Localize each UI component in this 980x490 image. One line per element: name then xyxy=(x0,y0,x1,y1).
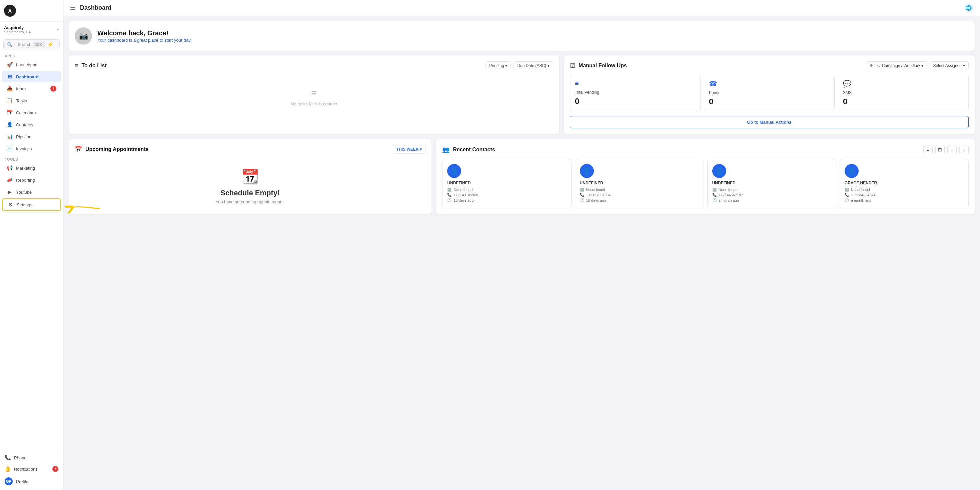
dashboard-body: 📷 Welcome back, Grace! Your dashboard is… xyxy=(64,16,980,490)
hamburger-icon[interactable]: ☰ xyxy=(70,4,75,12)
sidebar-item-label: Calendars xyxy=(16,110,36,115)
contact-time-3: 🕐 a month ago xyxy=(712,198,739,202)
sidebar-item-label: Dashboard xyxy=(16,74,39,80)
manual-followups-card: ☑ Manual Follow Ups Select Campaign / Wo… xyxy=(564,55,975,134)
tasks-icon: 📋 xyxy=(7,98,13,103)
contact-name-3: UNDEFINED xyxy=(712,181,736,185)
campaign-chevron-icon: ▾ xyxy=(921,63,923,68)
account-switcher[interactable]: Acquirely Sacramento, CA ▾ xyxy=(0,22,63,37)
sidebar-item-notifications[interactable]: 🔔 Notifications 1 xyxy=(0,463,63,475)
select-campaign-dropdown[interactable]: Select Campaign / Workflow ▾ xyxy=(866,61,927,70)
contact-company-4: 🏢 None found xyxy=(845,187,870,192)
user-avatar: A xyxy=(4,5,16,17)
sidebar-item-tasks[interactable]: 📋 Tasks xyxy=(2,95,61,107)
sidebar-item-dashboard[interactable]: ⊞ Dashboard xyxy=(2,71,61,82)
phone-icon-contact-3: 📞 xyxy=(712,192,717,197)
contact-time-2: 🕐 18 days ago xyxy=(580,198,606,202)
sidebar-item-inbox[interactable]: 📥 Inbox 1 xyxy=(2,83,61,94)
sidebar-item-profile[interactable]: GP Profile xyxy=(0,475,63,488)
manual-icon: ☑ xyxy=(570,62,575,69)
contact-phone-2: 📞 +12137661334 xyxy=(580,192,611,197)
main-content: ☰ Dashboard 🌐 📷 Welcome back, Grace! You… xyxy=(64,0,980,490)
contact-card-2[interactable]: 👤 UNDEFINED 🏢 None found 📞 +12137661334 … xyxy=(575,159,704,208)
notifications-badge: 1 xyxy=(52,466,58,472)
dashboard-icon: ⊞ xyxy=(7,74,13,80)
globe-icon[interactable]: 🌐 xyxy=(964,3,973,13)
sidebar-item-launchpad[interactable]: 🚀 Launchpad xyxy=(2,59,61,70)
sidebar-item-marketing[interactable]: 📢 Marketing xyxy=(2,162,61,173)
todo-list-icon: ≡ xyxy=(75,62,78,69)
account-name: Acquirely xyxy=(4,25,31,30)
sidebar-item-invoices[interactable]: 🧾 Invoices xyxy=(2,143,61,154)
prev-button[interactable]: ‹ xyxy=(947,145,957,154)
sidebar-top: A xyxy=(0,0,63,22)
stat-sms: 💬 SMS 0 xyxy=(838,75,969,111)
appointments-title-row: 📅 Upcoming Appointments xyxy=(75,146,149,153)
sidebar-item-contacts[interactable]: 👤 Contacts xyxy=(2,119,61,130)
contact-phone-1: 📞 +17143185900 xyxy=(447,192,478,197)
profile-label: Profile xyxy=(16,479,29,484)
contact-phone-3: 📞 +17144567197 xyxy=(712,192,743,197)
due-date-dropdown[interactable]: Due Date (ASC) ▾ xyxy=(514,61,553,70)
sidebar-item-label: Contacts xyxy=(16,123,33,127)
sidebar-item-label: Reporting xyxy=(16,178,35,183)
phone-icon-contact: 📞 xyxy=(447,192,452,197)
sidebar-item-settings[interactable]: ⚙ Settings xyxy=(2,198,61,211)
pipeline-icon: 📊 xyxy=(7,134,13,140)
notifications-label: Notifications xyxy=(14,467,38,472)
this-week-chevron-icon: ▾ xyxy=(420,147,422,152)
marketing-icon: 📢 xyxy=(7,165,13,171)
contact-card-4[interactable]: 👤 GRACE HENDER... 🏢 None found 📞 +122342… xyxy=(840,159,969,208)
welcome-avatar-icon: 📷 xyxy=(75,27,92,45)
inbox-icon: 📥 xyxy=(7,86,13,92)
next-button[interactable]: › xyxy=(959,145,969,154)
manual-sub-controls: Select Campaign / Workflow ▾ Select Assi… xyxy=(866,61,969,70)
sms-stat-value: 0 xyxy=(843,97,964,107)
sidebar-item-pipeline[interactable]: 📊 Pipeline xyxy=(2,131,61,142)
due-date-chevron-icon: ▾ xyxy=(547,63,549,68)
sidebar-item-label: Youtube xyxy=(16,190,32,195)
bottom-row: 📅 Upcoming Appointments THIS WEEK ▾ 📆 Sc… xyxy=(69,139,975,214)
pending-dropdown[interactable]: Pending ▾ xyxy=(485,61,511,70)
phone-icon: 📞 xyxy=(5,455,11,461)
total-pending-label: Total Pending xyxy=(575,90,695,95)
search-label: Search xyxy=(18,42,31,47)
welcome-banner: 📷 Welcome back, Grace! Your dashboard is… xyxy=(69,21,975,51)
goto-manual-actions-button[interactable]: Go to Manual Actions xyxy=(570,116,969,128)
list-view-button[interactable]: ≡ xyxy=(923,145,933,154)
todo-title: To do List xyxy=(82,63,107,68)
todo-empty-state: ≡ No tasks for this contact xyxy=(75,75,553,120)
sidebar-item-calendars[interactable]: 📅 Calendars xyxy=(2,107,61,118)
manual-title: Manual Follow Ups xyxy=(579,63,627,68)
total-pending-icon: ≡ xyxy=(575,80,695,88)
contacts-header-icon: 👥 xyxy=(442,146,450,153)
appointments-icon: 📅 xyxy=(75,146,82,153)
appointments-card: 📅 Upcoming Appointments THIS WEEK ▾ 📆 Sc… xyxy=(69,139,431,214)
sidebar-item-label: Launchpad xyxy=(16,62,37,67)
sidebar-item-youtube[interactable]: ▶ Youtube xyxy=(2,186,61,198)
contact-cards-row: 👤 UNDEFINED 🏢 None found 📞 +17143185900 … xyxy=(442,159,969,208)
contacts-icon: 👤 xyxy=(7,122,13,128)
select-assignee-dropdown[interactable]: Select Assignee ▾ xyxy=(930,61,969,70)
sidebar-item-label: Tasks xyxy=(16,98,27,103)
sidebar-item-phone[interactable]: 📞 Phone xyxy=(0,452,63,463)
contact-company-2: 🏢 None found xyxy=(580,187,605,192)
sidebar-item-reporting[interactable]: 📣 Reporting xyxy=(2,174,61,186)
contact-name-2: UNDEFINED xyxy=(580,181,603,185)
phone-icon-contact-2: 📞 xyxy=(580,192,584,197)
contact-card-3[interactable]: 👤 UNDEFINED 🏢 None found 📞 +17144567197 … xyxy=(707,159,836,208)
sidebar-footer: 📞 Phone 🔔 Notifications 1 GP Profile xyxy=(0,450,63,490)
this-week-button[interactable]: THIS WEEK ▾ xyxy=(393,145,426,154)
reporting-icon: 📣 xyxy=(7,177,13,183)
search-bar[interactable]: 🔍 Search ⌘K ⚡ xyxy=(3,39,60,49)
apps-section-label: Apps xyxy=(0,51,63,59)
sms-stat-icon: 💬 xyxy=(843,80,964,88)
contact-card-1[interactable]: 👤 UNDEFINED 🏢 None found 📞 +17143185900 … xyxy=(442,159,571,208)
contact-avatar-2: 👤 xyxy=(580,164,594,178)
settings-icon: ⚙ xyxy=(7,202,13,208)
notifications-icon: 🔔 xyxy=(5,466,11,472)
grid-view-button[interactable]: ⊞ xyxy=(935,145,945,154)
clock-icon: 🕐 xyxy=(447,198,452,202)
clock-icon-4: 🕐 xyxy=(845,198,849,202)
search-shortcut: ⌘K xyxy=(33,42,45,47)
